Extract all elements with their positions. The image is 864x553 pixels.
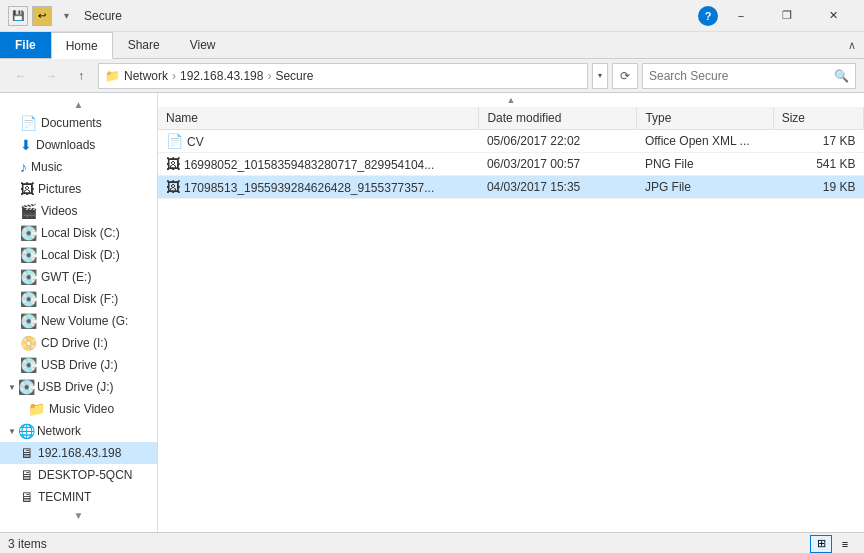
table-row[interactable]: 📄CV 05/06/2017 22:02 Office Open XML ...… [158, 130, 864, 153]
sort-indicator: ▲ [158, 93, 864, 107]
sidebar-item-label: Videos [41, 204, 149, 218]
minimize-button[interactable]: − [718, 0, 764, 32]
view-details-button[interactable]: ⊞ [810, 535, 832, 553]
sidebar-scroll-up[interactable]: ▲ [0, 97, 157, 112]
tab-home[interactable]: Home [51, 32, 113, 59]
sidebar-item-videos[interactable]: 🎬 Videos [0, 200, 157, 222]
forward-button[interactable]: → [38, 63, 64, 89]
sidebar-item-local-disk-f[interactable]: 💽 Local Disk (F:) [0, 288, 157, 310]
file-type-cell: Office Open XML ... [637, 130, 773, 153]
sidebar-item-music-video[interactable]: 📁 Music Video [0, 398, 157, 420]
status-bar: 3 items ⊞ ≡ [0, 532, 864, 553]
tab-file[interactable]: File [0, 32, 51, 58]
ribbon-tabs: File Home Share View ∧ [0, 32, 864, 58]
refresh-button[interactable]: ⟳ [612, 63, 638, 89]
disk-e-icon: 💽 [20, 269, 37, 285]
sidebar-item-pictures[interactable]: 🖼 Pictures [0, 178, 157, 200]
view-list-button[interactable]: ≡ [834, 535, 856, 553]
videos-icon: 🎬 [20, 203, 37, 219]
file-type-cell: JPG File [637, 176, 773, 199]
help-button[interactable]: ? [698, 6, 718, 26]
view-controls: ⊞ ≡ [810, 535, 856, 553]
file-type-cell: PNG File [637, 153, 773, 176]
search-icon[interactable]: 🔍 [834, 69, 849, 83]
sidebar-item-documents[interactable]: 📄 Documents [0, 112, 157, 134]
sidebar-item-tecmint[interactable]: 🖥 TECMINT [0, 486, 157, 508]
sidebar-item-local-disk-c[interactable]: 💽 Local Disk (C:) [0, 222, 157, 244]
column-header-size[interactable]: Size [773, 107, 863, 130]
path-segment-ip[interactable]: 192.168.43.198 [180, 69, 263, 83]
file-size-cell: 541 KB [773, 153, 863, 176]
sidebar-item-label: Local Disk (F:) [41, 292, 149, 306]
title-bar-quickaccess: 💾 ↩ ▾ [8, 6, 76, 26]
table-header-row: Name Date modified Type Size [158, 107, 864, 130]
back-button[interactable]: ← [8, 63, 34, 89]
sidebar-item-gwt-e[interactable]: 💽 GWT (E:) [0, 266, 157, 288]
cd-icon: 📀 [20, 335, 37, 351]
sidebar-item-label-network: Network [37, 424, 153, 438]
sidebar-item-music[interactable]: ♪ Music [0, 156, 157, 178]
sidebar-item-label: Music [31, 160, 149, 174]
sidebar-item-usb-drive-j[interactable]: 💽 USB Drive (J:) [0, 354, 157, 376]
table-row[interactable]: 🖼16998052_10158359483280717_829954104...… [158, 153, 864, 176]
path-segment-network[interactable]: Network [124, 69, 168, 83]
sidebar-item-usb-drive-j-section[interactable]: ▼ 💽 USB Drive (J:) [0, 376, 157, 398]
sidebar-item-cd-drive-i[interactable]: 📀 CD Drive (I:) [0, 332, 157, 354]
sidebar-item-local-disk-d[interactable]: 💽 Local Disk (D:) [0, 244, 157, 266]
quickaccess-back[interactable]: ↩ [32, 6, 52, 26]
sidebar-item-downloads[interactable]: ⬇ Downloads [0, 134, 157, 156]
address-dropdown-button[interactable]: ▾ [592, 63, 608, 89]
file-name-cell: 🖼16998052_10158359483280717_829954104... [158, 153, 479, 176]
sidebar-item-label: USB Drive (J:) [41, 358, 149, 372]
computer3-icon: 🖥 [20, 489, 34, 505]
usb-j2-icon: 💽 [18, 379, 35, 395]
sidebar-section-network[interactable]: ▼ 🌐 Network [0, 420, 157, 442]
column-header-type[interactable]: Type [637, 107, 773, 130]
sidebar-item-new-volume-g[interactable]: 💽 New Volume (G: [0, 310, 157, 332]
path-folder-icon: 📁 [105, 69, 120, 83]
network-icon: 🌐 [18, 423, 35, 439]
item-count: 3 items [8, 537, 47, 551]
file-list: ▲ Name Date modified Type Size 📄CV 05/06… [158, 93, 864, 532]
close-button[interactable]: ✕ [810, 0, 856, 32]
sidebar-item-label: TECMINT [38, 490, 149, 504]
tab-view[interactable]: View [175, 32, 231, 58]
music-icon: ♪ [20, 159, 27, 175]
column-header-date[interactable]: Date modified [479, 107, 637, 130]
address-path[interactable]: 📁 Network › 192.168.43.198 › Secure [98, 63, 588, 89]
file-name-cell: 🖼17098513_1955939284626428_9155377357... [158, 176, 479, 199]
sidebar-item-label: GWT (E:) [41, 270, 149, 284]
path-segment-secure[interactable]: Secure [275, 69, 313, 83]
sidebar-item-label: Downloads [36, 138, 149, 152]
disk-d-icon: 💽 [20, 247, 37, 263]
table-row[interactable]: 🖼17098513_1955939284626428_9155377357...… [158, 176, 864, 199]
column-header-name[interactable]: Name [158, 107, 479, 130]
sidebar-item-label: CD Drive (I:) [41, 336, 149, 350]
file-date-cell: 05/06/2017 22:02 [479, 130, 637, 153]
tab-share[interactable]: Share [113, 32, 175, 58]
sidebar-item-label: Local Disk (D:) [41, 248, 149, 262]
computer2-icon: 🖥 [20, 467, 34, 483]
quickaccess-dropdown[interactable]: ▾ [56, 6, 76, 26]
ribbon-expand-button[interactable]: ∧ [840, 32, 864, 58]
sidebar-item-desktop[interactable]: 🖥 DESKTOP-5QCN [0, 464, 157, 486]
file-size-cell: 17 KB [773, 130, 863, 153]
sidebar-item-ip[interactable]: 🖥 192.168.43.198 [0, 442, 157, 464]
file-name-cell: 📄CV [158, 130, 479, 153]
file-date-cell: 06/03/2017 00:57 [479, 153, 637, 176]
restore-button[interactable]: ❐ [764, 0, 810, 32]
usb-j-icon: 💽 [20, 357, 37, 373]
window-title: Secure [84, 9, 698, 23]
up-button[interactable]: ↑ [68, 63, 94, 89]
quickaccess-save[interactable]: 💾 [8, 6, 28, 26]
sidebar-item-label: Pictures [38, 182, 149, 196]
search-input[interactable] [649, 69, 834, 83]
computer-icon: 🖥 [20, 445, 34, 461]
downloads-icon: ⬇ [20, 137, 32, 153]
file-date-cell: 04/03/2017 15:35 [479, 176, 637, 199]
sidebar-scroll-down[interactable]: ▼ [0, 508, 157, 523]
sidebar-item-label: DESKTOP-5QCN [38, 468, 149, 482]
file-doc-icon: 📄 [166, 133, 183, 149]
file-png-icon: 🖼 [166, 156, 180, 172]
sidebar-item-label: 192.168.43.198 [38, 446, 149, 460]
